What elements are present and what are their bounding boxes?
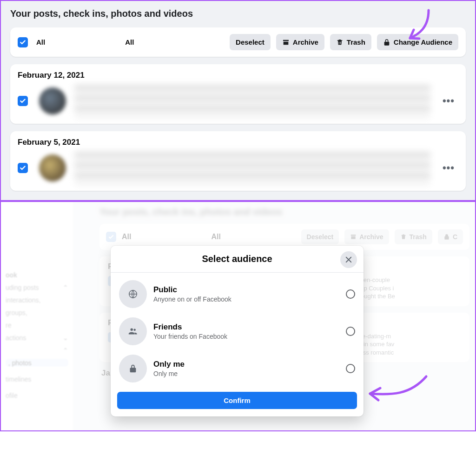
checkbox-all[interactable] (18, 37, 28, 47)
bottom-panel: ook uding posts⌃ interactions, groups, r… (0, 201, 476, 431)
date-group: February 12, 2021 ••• (10, 64, 466, 124)
checkbox-post[interactable] (18, 163, 28, 173)
modal-options: Public Anyone on or off Facebook Friends… (111, 273, 364, 390)
deselect-label: Deselect (236, 38, 264, 46)
close-button[interactable] (340, 251, 357, 268)
post-menu-button[interactable]: ••• (439, 95, 458, 107)
archive-label: Archive (293, 38, 318, 46)
modal-title: Select audience (111, 254, 364, 264)
post-row: ••• (18, 152, 458, 184)
all-label: All (36, 38, 45, 46)
radio-button[interactable] (346, 327, 355, 336)
post-avatar (39, 154, 66, 181)
archive-button[interactable]: Archive (276, 34, 324, 50)
post-avatar (39, 87, 66, 114)
option-title: Friends (153, 322, 346, 332)
top-panel: Your posts, check ins, photos and videos… (0, 0, 476, 201)
option-subtitle: Your friends on Facebook (153, 333, 346, 340)
lock-icon (119, 355, 147, 382)
check-icon (20, 39, 26, 46)
post-menu-button[interactable]: ••• (439, 162, 458, 174)
option-subtitle: Only me (153, 370, 346, 377)
post-content-blur (74, 85, 430, 117)
checkbox-post[interactable] (18, 96, 28, 106)
option-title: Only me (153, 360, 346, 369)
audience-option-only-me[interactable]: Only me Only me (116, 350, 358, 387)
deselect-button[interactable]: Deselect (230, 34, 271, 50)
check-icon (20, 98, 26, 104)
date-title: February 5, 2021 (18, 138, 458, 147)
date-group: February 5, 2021 ••• (10, 131, 466, 191)
trash-icon (336, 39, 344, 46)
modal-header: Select audience (111, 246, 364, 273)
option-subtitle: Anyone on or off Facebook (153, 295, 346, 303)
post-content-blur (74, 152, 430, 184)
arrow-icon (364, 374, 433, 407)
post-row: ••• (18, 85, 458, 117)
archive-icon (282, 39, 290, 46)
lock-icon (383, 39, 390, 46)
globe-icon (119, 280, 147, 308)
friends-icon (119, 317, 147, 345)
date-title: February 12, 2021 (18, 71, 458, 80)
check-icon (20, 165, 26, 171)
trash-label: Trash (347, 38, 365, 46)
toolbar: All All Deselect Archive Trash Change Au… (18, 34, 458, 50)
option-title: Public (153, 285, 346, 295)
arrow-icon (396, 7, 438, 48)
radio-button[interactable] (346, 289, 355, 299)
annotation-arrow (396, 7, 438, 50)
trash-button[interactable]: Trash (330, 34, 371, 50)
confirm-button[interactable]: Confirm (117, 392, 357, 409)
select-audience-modal: Select audience Public Anyone on or off … (111, 246, 364, 416)
radio-button[interactable] (346, 364, 355, 373)
filter-dropdown[interactable]: All (125, 38, 134, 46)
audience-option-friends[interactable]: Friends Your friends on Facebook (116, 313, 358, 350)
audience-option-public[interactable]: Public Anyone on or off Facebook (116, 275, 358, 313)
close-icon (344, 255, 353, 264)
annotation-arrow (364, 374, 433, 409)
